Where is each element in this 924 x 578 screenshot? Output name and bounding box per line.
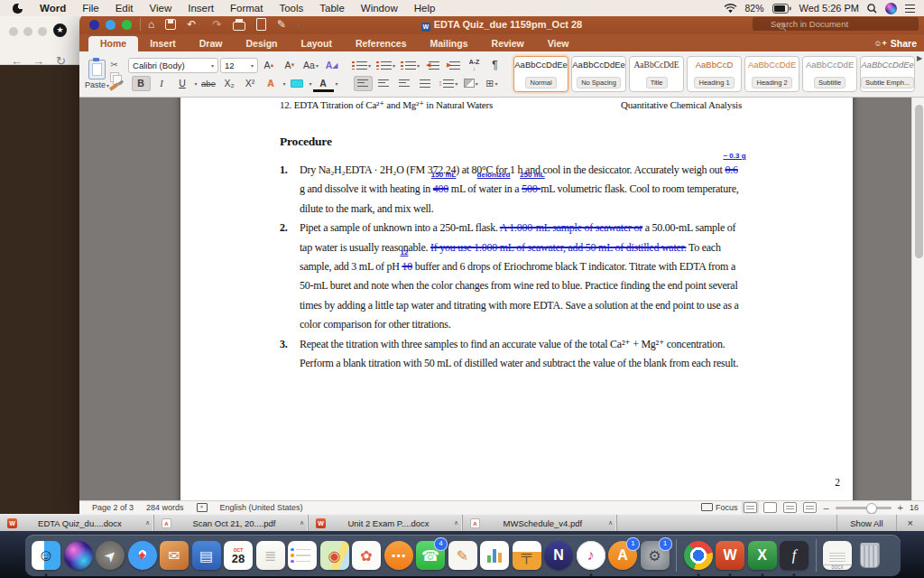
undo-dropdown-icon[interactable]: ▾ <box>199 21 202 28</box>
style-title[interactable]: AaBbCcDdETitle <box>629 56 684 92</box>
undo-icon[interactable]: ↶ <box>187 18 196 31</box>
dock-item-photos[interactable]: ✿ <box>351 540 382 571</box>
vertical-scrollbar[interactable] <box>911 98 924 501</box>
browser-zoom-button[interactable] <box>38 27 47 36</box>
text-effects-button[interactable]: A <box>262 76 281 91</box>
language-status[interactable]: English (United States) <box>220 503 303 512</box>
dock-item-pages[interactable]: ✎ <box>448 540 478 571</box>
font-size-select[interactable]: 12▾ <box>220 58 258 73</box>
customize-toolbar-icon[interactable]: ▾ <box>298 22 300 28</box>
menu-tools[interactable]: Tools <box>279 3 303 14</box>
show-formatting-button[interactable]: ¶ <box>485 58 504 73</box>
font-color-dropdown[interactable]: ▾ <box>336 80 338 87</box>
focus-mode-button[interactable]: Focus <box>701 503 738 512</box>
menu-help[interactable]: Help <box>414 3 436 14</box>
page-count[interactable]: Page 2 of 3 <box>92 503 134 512</box>
format-painter-icon[interactable] <box>109 82 119 91</box>
apple-menu-icon[interactable] <box>13 4 23 14</box>
dock-item-launchpad[interactable]: ➤ <box>95 540 125 571</box>
underline-dropdown[interactable]: ▾ <box>195 80 198 87</box>
taskbar-close-icon[interactable]: × <box>896 515 924 531</box>
print-icon[interactable] <box>233 22 245 31</box>
style-normal[interactable]: AaBbCcDdEeNormal <box>513 56 568 92</box>
style-heading-1[interactable]: AaBbCcDHeading 1 <box>687 56 742 92</box>
subscript-button[interactable]: X₂ <box>220 76 239 91</box>
search-input[interactable] <box>753 17 919 31</box>
line-spacing-button[interactable]: ↕▾ <box>437 76 460 91</box>
align-center-button[interactable] <box>374 76 393 91</box>
home-icon[interactable]: ⌂ <box>148 18 154 31</box>
tab-references[interactable]: References <box>344 36 419 51</box>
dock-item-reminders[interactable] <box>287 540 318 571</box>
outline-view-button[interactable] <box>783 502 797 513</box>
dock-item-notes[interactable]: ≣ <box>255 540 286 571</box>
superscript-button[interactable]: X² <box>241 76 260 91</box>
notification-center-icon[interactable] <box>905 5 915 13</box>
dock-item-finder[interactable]: ☺ <box>31 540 61 571</box>
tab-draw[interactable]: Draw <box>188 36 235 51</box>
multilevel-list-button[interactable]: ▾ <box>399 58 421 73</box>
spotlight-icon[interactable] <box>867 4 877 14</box>
scrollbar-thumb[interactable] <box>915 105 923 258</box>
tab-view[interactable]: View <box>536 36 581 51</box>
tab-review[interactable]: Review <box>480 36 536 51</box>
chevron-up-icon[interactable]: ∧ <box>608 519 613 527</box>
dock-item-maps[interactable]: ◉ <box>319 540 350 571</box>
tab-design[interactable]: Design <box>234 36 289 51</box>
redo-icon[interactable]: ↷ <box>213 18 222 31</box>
decrease-indent-button[interactable]: ◀ <box>423 58 442 73</box>
taskbar-tab-edta-quiz-du-docx[interactable]: WEDTA Quiz_du....docx∧ <box>0 515 154 531</box>
increase-indent-button[interactable]: ▶ <box>444 58 463 73</box>
strikethrough-button[interactable]: abe <box>199 76 218 91</box>
browser-close-button[interactable] <box>9 27 18 36</box>
zoom-in-button[interactable]: + <box>898 502 903 513</box>
align-left-button[interactable] <box>354 76 373 91</box>
style-subtitle[interactable]: AaBbCcDdESubtitle <box>802 56 857 92</box>
dock-item-contacts[interactable]: ▤ <box>191 540 222 571</box>
borders-button[interactable]: ⊞▾ <box>482 76 501 91</box>
web-layout-view-button[interactable] <box>763 502 777 513</box>
dock-item-news[interactable]: N <box>543 540 574 571</box>
justify-button[interactable] <box>416 76 435 91</box>
dock-item-numbers[interactable] <box>479 540 510 571</box>
menu-view[interactable]: View <box>150 3 172 14</box>
window-minimize-button[interactable] <box>106 20 116 30</box>
sort-button[interactable]: A-Z↓ <box>465 58 484 73</box>
bullet-list-button[interactable]: ▾ <box>350 58 373 73</box>
browser-back-icon[interactable]: ← <box>11 54 23 68</box>
taskbar-tab-unit-2-exam-p-docx[interactable]: WUnit 2 Exam P....docx∧ <box>309 515 463 531</box>
copy-icon[interactable] <box>110 72 119 82</box>
paste-button[interactable]: Paste▾ <box>85 54 109 94</box>
tab-home[interactable]: Home <box>88 36 138 51</box>
browser-minimize-button[interactable] <box>23 27 32 36</box>
shading-button[interactable]: ▾ <box>461 76 480 91</box>
chevron-up-icon[interactable]: ∧ <box>145 519 150 527</box>
new-document-icon[interactable] <box>256 18 266 31</box>
dock-item-excel[interactable]: X <box>747 540 778 571</box>
save-icon[interactable] <box>165 19 176 30</box>
font-name-select[interactable]: Calibri (Body)▾ <box>128 58 218 73</box>
highlight-dropdown[interactable]: ▾ <box>310 80 312 87</box>
show-all-button[interactable]: Show All <box>836 515 895 531</box>
bold-button[interactable]: B <box>132 76 151 91</box>
align-right-button[interactable] <box>395 76 414 91</box>
taskbar-tab-scan-oct-21-20-pdf[interactable]: AScan Oct 21, 20....pdf∧ <box>154 515 309 531</box>
underline-button[interactable]: U <box>173 76 192 91</box>
dock-item-documents-stack[interactable]: DOCX <box>822 540 853 571</box>
shrink-font-button[interactable]: A▼ <box>281 58 300 73</box>
italic-button[interactable]: I <box>152 76 171 91</box>
clear-formatting-button[interactable]: A◢ <box>322 58 341 73</box>
menu-table[interactable]: Table <box>319 3 345 14</box>
wifi-icon[interactable] <box>724 4 737 14</box>
cut-icon[interactable]: ✂ <box>110 61 117 70</box>
style-heading-2[interactable]: AaBbCcDdEHeading 2 <box>744 56 799 92</box>
dock-item-system-preferences[interactable]: ⚙1 <box>640 540 670 571</box>
dock-item-music[interactable]: ♪ <box>576 540 606 571</box>
menu-file[interactable]: File <box>82 3 99 14</box>
window-close-button[interactable] <box>89 20 99 30</box>
menu-app-name[interactable]: Word <box>40 3 66 14</box>
dock-item-flash[interactable]: f <box>779 540 809 571</box>
chevron-up-icon[interactable]: ∧ <box>300 519 304 527</box>
dock-item-trash[interactable] <box>855 540 885 571</box>
zoom-out-button[interactable]: – <box>823 502 828 513</box>
